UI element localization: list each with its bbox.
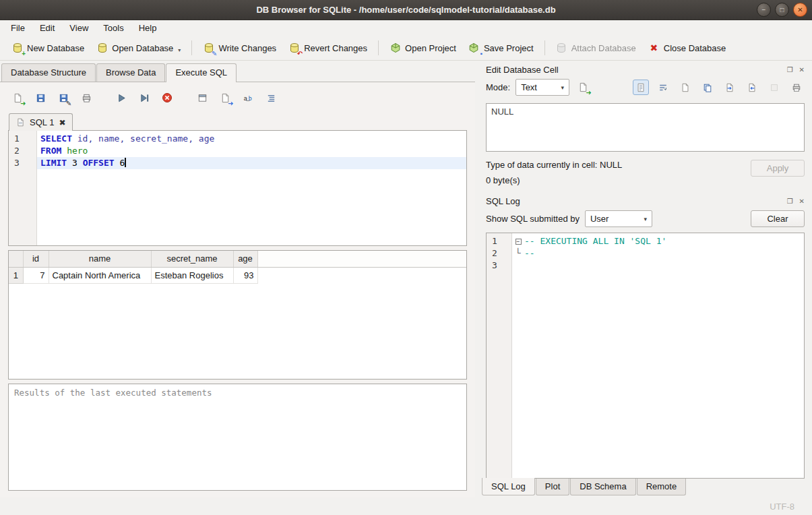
tab-db-schema[interactable]: DB Schema [570,479,635,495]
tab-database-structure[interactable]: Database Structure [1,63,96,82]
results-grid[interactable]: id name secret_name age 1 7 Cap [8,250,467,380]
menu-edit[interactable]: Edit [33,22,61,34]
collapse-marker-icon[interactable]: − [512,239,524,245]
sql-log-title: SQL Log [486,196,781,206]
tab-plot[interactable]: Plot [536,479,569,495]
encoding-indicator: UTF-8 [770,502,794,512]
stop-execution-button[interactable] [159,90,175,105]
format-sql-button[interactable] [263,90,279,105]
editor-code-area[interactable]: SELECT id, name, secret_name, age FROM h… [37,131,466,245]
log-line [512,260,804,272]
sql-log-view[interactable]: 1 2 3 −-- EXECUTING ALL IN 'SQL 1' └-- [486,233,805,479]
column-header-id[interactable]: id [23,251,49,267]
text-mode-button[interactable] [633,80,649,95]
sql-editor[interactable]: 1 2 3 SELECT id, name, secret_name, age … [8,130,467,246]
import-text-icon: ➜ [577,82,589,93]
save-sql-file-button[interactable] [32,90,49,105]
cell-editor[interactable]: NULL [486,103,805,152]
maximize-button[interactable]: □ [775,3,789,17]
mode-label: Mode: [486,82,510,92]
new-database-button[interactable]: + New Database [5,39,90,57]
apply-button[interactable]: Apply [751,160,805,177]
menu-file[interactable]: File [4,22,32,34]
sql-log-filter-combobox[interactable]: User ▾ [585,210,652,227]
save-sql-as-button[interactable]: ✎ [55,90,71,105]
save-sql-file-icon [36,93,46,103]
close-button[interactable]: ✕ [793,3,807,17]
execute-all-button[interactable] [113,90,129,105]
open-project-button[interactable]: Open Project [383,39,462,57]
open-sql-file-icon: ➜ [12,92,24,104]
word-wrap-button[interactable] [655,80,671,95]
new-database-icon: + [11,42,23,54]
left-pane: Database Structure Browse Data Execute S… [0,61,475,497]
tab-execute-sql[interactable]: Execute SQL [166,63,237,82]
column-header-name[interactable]: name [49,251,151,267]
line-number: 1 [9,133,36,145]
edit-cell-toolbar: Mode: Text ▾ ➜ [482,78,806,102]
line-number: 3 [487,260,511,272]
cell-secret-name[interactable]: Esteban Rogelios [151,267,233,283]
open-cell-file-button[interactable] [677,80,693,95]
line-number: 1 [487,235,511,247]
write-changes-button[interactable]: ✎ Write Changes [197,39,282,57]
tab-remote[interactable]: Remote [637,479,687,495]
cell-id[interactable]: 7 [23,267,49,283]
toolbar-separator [191,40,192,55]
execute-all-icon [117,93,127,103]
revert-changes-button[interactable]: ↶ Revert Changes [282,39,373,57]
open-database-button[interactable]: Open Database ▾ [90,39,187,57]
print-sql-button[interactable] [78,90,94,105]
open-tab-button[interactable] [194,90,210,105]
dock-close-icon[interactable]: ✕ [799,198,805,205]
row-number-header[interactable] [9,251,23,267]
set-null-button[interactable] [766,80,782,95]
edit-cell-dock-title: Edit Database Cell ❐ ✕ [482,61,806,78]
print-cell-button[interactable] [788,80,805,95]
open-database-dropdown-icon[interactable]: ▾ [178,47,181,54]
save-project-button[interactable]: ▪ Save Project [462,39,540,57]
clear-log-button[interactable]: Clear [751,210,805,227]
revert-badge-icon: ↶ [297,51,303,57]
sql-tab-bar: SQL 1 ✖ [8,111,467,130]
sql-tab[interactable]: SQL 1 ✖ [9,113,73,131]
cell-name[interactable]: Captain North America [49,267,151,283]
sql-log-filter-row: Show SQL submitted by User ▾ Clear [482,210,806,233]
import-text-button[interactable]: ➜ [575,80,591,95]
titlebar[interactable]: DB Browser for SQLite - /home/user/code/… [0,0,812,20]
write-changes-icon: ✎ [203,42,214,54]
minimize-button[interactable]: − [757,3,771,17]
menu-view[interactable]: View [63,22,95,34]
column-header-secret-name[interactable]: secret_name [151,251,233,267]
export-results-button[interactable]: ➜ [217,90,233,105]
open-project-icon [389,42,401,54]
open-sql-file-button[interactable]: ➜ [9,90,26,105]
dock-float-icon[interactable]: ❐ [787,198,793,205]
dock-close-icon[interactable]: ✕ [799,67,805,73]
find-replace-button[interactable]: ab [240,90,256,105]
tab-sql-log[interactable]: SQL Log [482,478,535,495]
attach-database-button[interactable]: Attach Database [550,39,642,57]
mode-combobox[interactable]: Text ▾ [516,79,569,96]
row-number-cell[interactable]: 1 [9,267,23,283]
close-database-icon: ✖ [648,42,660,54]
sql-tab-label: SQL 1 [30,117,54,127]
app-window: DB Browser for SQLite - /home/user/code/… [0,0,812,515]
export-badge-icon: ➜ [228,100,233,107]
execute-line-button[interactable] [136,90,152,105]
copy-cell-button[interactable] [699,80,716,95]
import-cell-data-button[interactable] [722,80,738,95]
toolbar-separator [378,40,379,55]
cell-age[interactable]: 93 [233,267,257,283]
find-replace-icon: ab [243,92,253,103]
menu-help[interactable]: Help [132,22,164,34]
export-cell-data-button[interactable] [744,80,760,95]
tab-browse-data[interactable]: Browse Data [96,63,165,82]
format-sql-icon [266,93,276,103]
menu-tools[interactable]: Tools [96,22,130,34]
column-header-age[interactable]: age [233,251,257,267]
sql-tab-close-icon[interactable]: ✖ [59,119,65,127]
save-badge-icon: ▪ [480,51,482,57]
dock-float-icon[interactable]: ❐ [787,67,793,73]
close-database-button[interactable]: ✖ Close Database [642,39,732,57]
